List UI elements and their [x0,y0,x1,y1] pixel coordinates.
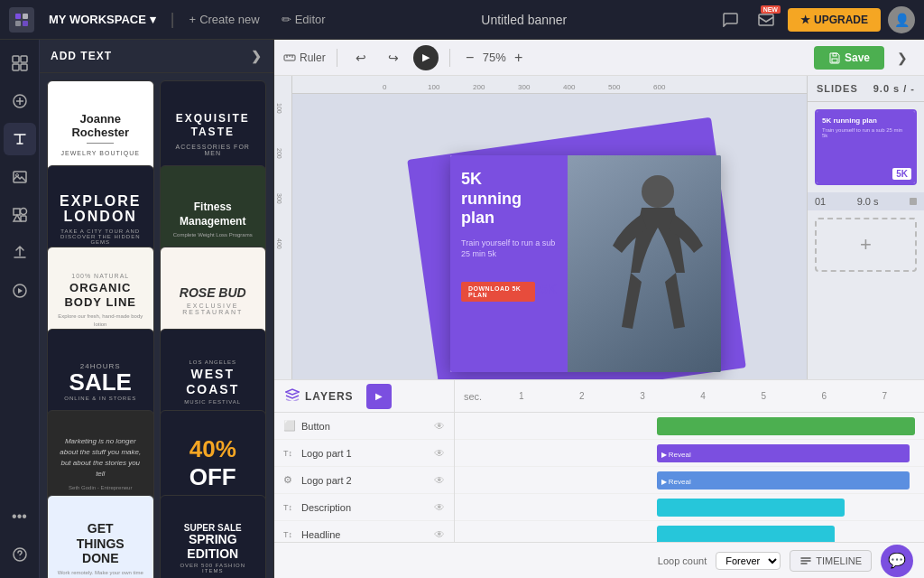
save-button[interactable]: Save [814,46,884,70]
timeline-play-button[interactable]: ▶ [366,384,392,409]
editor-label: Editor [295,13,326,26]
bar-desc-label [657,503,666,515]
sidebar-item-elements[interactable] [4,85,36,117]
loop-count-select[interactable]: Forever [716,552,781,570]
template-grid: Joanne Rochester JEWELRY BOUTIQUE EXQUIS… [40,73,273,578]
ruler-vertical: 100 200 300 400 [274,76,292,379]
add-slide-button[interactable]: + [815,218,917,272]
slide-thumb-sub: Train yourself to run a sub 25 min 5k [822,127,910,138]
headline-type-icon: T↕ [283,530,296,539]
layer-button-eye[interactable]: 👁 [434,420,445,433]
layer-headline-label: Headline [301,529,340,540]
banner-logo: 5K [541,282,557,296]
layer-desc-eye[interactable]: 👁 [434,501,445,514]
banner-card[interactable]: 5K running plan Train yourself to run a … [450,155,721,372]
comment-button[interactable] [716,5,744,34]
workspace-menu[interactable]: MY WORKSPACE ▾ [42,9,163,30]
tc-westcoast-sub: MUSIC FESTIVAL [184,399,241,405]
tc-organic-sub: Explore our fresh, hand-made body lotion [57,312,144,328]
sidebar-item-grid[interactable] [4,47,36,79]
play-button[interactable]: ▶ [413,45,439,70]
svg-rect-4 [759,14,773,25]
slide-thumb-title: 5K running plan [822,117,910,125]
sidebar-item-upload[interactable] [4,237,36,269]
banner-left-panel: 5K running plan Train yourself to run a … [450,155,568,372]
bar-logo1[interactable]: ▶ Reveal [657,444,910,462]
sidebar-item-text[interactable] [4,123,36,155]
chat-support-button[interactable]: 💬 [881,545,913,577]
document-title[interactable]: Untitled banner [340,13,708,27]
ruler-toggle[interactable]: Ruler [283,51,326,64]
redo-button[interactable]: ↪ [381,45,406,70]
sidebar-item-shapes[interactable] [4,199,36,231]
ruler-mark-300: 300 [518,83,530,91]
canvas-wrapper[interactable]: 0 100 200 300 400 500 600 100 200 300 40… [274,76,807,379]
layer-headline-eye[interactable]: 👁 [434,528,445,541]
bar-desc[interactable] [657,499,845,517]
upgrade-button[interactable]: ★ UPGRADE [788,8,881,32]
bar-headline[interactable] [657,526,836,542]
timeline-button[interactable]: TIMELINE [790,550,872,572]
share-button[interactable]: NEW [752,5,781,34]
button-type-icon: ⬜ [283,420,296,432]
zoom-out-button[interactable]: − [461,49,479,67]
editor-button[interactable]: ✏ Editor [274,9,333,30]
timeline-bottom: Loop count Forever TIMELINE 💬 [274,542,924,578]
toolbar-sep-2 [449,49,450,67]
layer-logo2-eye[interactable]: 👁 [434,474,445,487]
mark-5: 5 [734,391,794,401]
track-desc [455,494,924,521]
track-headline [455,521,924,542]
layer-logo1-eye[interactable]: 👁 [434,447,445,460]
bar-button[interactable] [657,417,915,435]
slide-1-thumb[interactable]: 5K running plan Train yourself to run a … [815,109,917,185]
tc-explore-sub: TAKE A CITY TOUR AND DISCOVER THE HIDDEN… [57,228,144,245]
layer-logo2-row: ⚙ Logo part 2 👁 [274,467,454,494]
right-panel-toggle[interactable]: ❯ [890,45,915,70]
tc-fitness-sub: Complete Weight Loss Programs [173,232,253,238]
tc-supersale-name: SPRING EDITION [170,533,257,561]
svg-rect-1 [23,14,28,19]
sidebar-item-more[interactable]: ••• [4,500,36,533]
slide-thumb-logo: 5K [892,168,911,180]
banner-button[interactable]: DOWNLOAD 5K PLAN [461,282,535,302]
tc-westcoast-pre: LOS ANGELES [189,359,236,365]
ruler-mark-200: 200 [473,83,485,91]
workspace-label: MY WORKSPACE [49,13,146,26]
sidebar-item-animations[interactable] [4,275,36,307]
slides-header: SLIDES 9.0 s / - [808,76,924,102]
logo1-type-icon: T↕ [283,449,296,458]
create-new-button[interactable]: + Create new [182,9,267,30]
svg-point-13 [20,209,26,215]
template-panel-close-button[interactable]: ❯ [251,49,263,63]
bar-logo1-label: ▶ Reveal [657,449,696,461]
layer-desc-label: Description [301,502,351,513]
layer-button-row: ⬜ Button 👁 [274,413,454,440]
template-card-supersale[interactable]: SUPER SALE SPRING EDITION OVER 500 FASHI… [160,495,267,578]
tc-westcoast-name: WESTCOAST [186,367,239,397]
user-avatar[interactable]: 👤 [888,6,915,33]
undo-button[interactable]: ↩ [348,45,374,70]
slides-duration: 9.0 s / - [873,83,915,94]
app-logo[interactable] [9,7,34,33]
sec-label: sec. [464,391,482,402]
tc-getthings-name: GETTHINGSDONE [77,521,125,566]
tc-quote-text: Marketing is no longer about the stuff y… [59,436,143,480]
tc-sale-big: SALE [69,370,132,394]
sidebar-item-images[interactable] [4,161,36,193]
bar-logo2[interactable]: ▶ Reveal [657,471,910,489]
topbar-divider: | [171,10,175,29]
tc-joanne-sub: JEWELRY BOUTIQUE [61,150,140,156]
zoom-in-button[interactable]: + [510,49,528,67]
slide-num: 01 [815,196,826,207]
sidebar-item-help[interactable] [4,538,36,571]
logo2-type-icon: ⚙ [283,474,296,486]
ruler-mark-0: 0 [383,83,386,91]
bar-logo2-label: ▶ Reveal [657,476,696,488]
timeline-tracks: ▶ Reveal ▶ Reveal [455,413,924,542]
svg-rect-2 [15,21,21,26]
layer-logo1-row: T↕ Logo part 1 👁 [274,440,454,467]
canvas[interactable]: 5K running plan Train yourself to run a … [378,110,721,363]
template-card-getthings[interactable]: GETTHINGSDONE Work remotely. Make your o… [47,495,154,578]
mark-2: 2 [551,391,612,401]
